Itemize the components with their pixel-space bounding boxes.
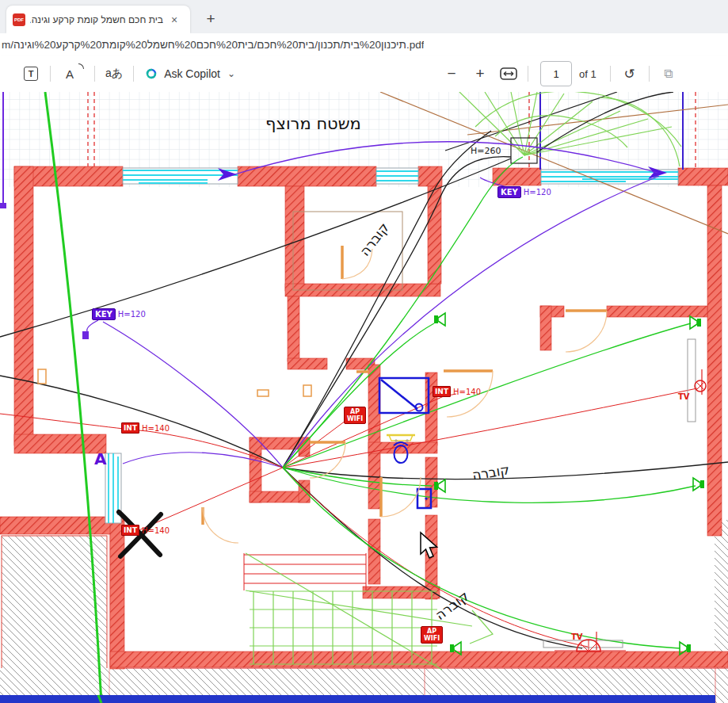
- bottom-section-bar: [0, 695, 715, 703]
- divider: [94, 66, 95, 82]
- page-view-icon[interactable]: ⧉: [660, 64, 677, 83]
- divider: [133, 66, 134, 82]
- section-a-label: A: [94, 449, 106, 468]
- zoom-in-button[interactable]: +: [470, 65, 490, 82]
- tv-label: TV: [678, 392, 690, 401]
- key-box: KEY: [92, 308, 116, 320]
- int-box: INT: [121, 422, 139, 434]
- ask-copilot-button[interactable]: Ask Copilot ⌄: [144, 67, 235, 81]
- int-annotation: INT H=140: [433, 386, 481, 397]
- address-bar[interactable]: m/תיכנון%20בית/תכנון/בית%20חכם/בית%20חכם…: [0, 33, 728, 56]
- ap-wifi-box: APWIFI: [421, 626, 443, 644]
- url-text[interactable]: m/תיכנון%20בית/תכנון/בית%20חכם/בית%20חכם…: [0, 39, 424, 51]
- zoom-out-button[interactable]: −: [441, 65, 462, 82]
- floor-plan-drawing: [0, 92, 728, 703]
- tv-point-right: [688, 339, 706, 422]
- pdf-toolbar: T A aあ Ask Copilot ⌄ − + of 1 ↺ ⧉: [0, 55, 728, 93]
- tv-label: TV: [571, 632, 583, 641]
- key-height: H=120: [118, 310, 146, 319]
- chevron-down-icon: ⌄: [227, 68, 235, 79]
- height-260-label: H=260: [471, 146, 501, 156]
- pdf-file-icon: PDF: [13, 13, 25, 26]
- int-box: INT: [121, 525, 139, 536]
- tab-bar: PDF בית חכם חשמל קומת קרקע וגינה.pdf × +: [0, 0, 728, 33]
- active-tab[interactable]: PDF בית חכם חשמל קומת קרקע וגינה.pdf ×: [6, 6, 190, 33]
- text-selection-icon[interactable]: T: [22, 64, 40, 83]
- int-box: INT: [433, 386, 451, 397]
- tab-title: בית חכם חשמל קומת קרקע וגינה.pdf: [30, 14, 163, 25]
- key-box: KEY: [497, 186, 521, 198]
- key-annotation: KEY H=120: [92, 308, 146, 320]
- rotate-icon[interactable]: ↺: [621, 64, 638, 83]
- divider: [50, 66, 51, 82]
- key-device: [82, 331, 89, 339]
- page-number-input[interactable]: [540, 61, 572, 86]
- key-annotation: KEY H=120: [497, 186, 551, 198]
- translate-icon[interactable]: aあ: [105, 64, 123, 83]
- int-annotation-crossed: INT H=140: [121, 525, 170, 536]
- sink-icon: [387, 435, 415, 441]
- int-height: H=140: [142, 424, 170, 433]
- int-annotation: INT H=140: [121, 422, 170, 434]
- int-height: H=140: [453, 388, 481, 396]
- hatched-ground: [0, 520, 728, 703]
- ap-wifi-box: APWIFI: [344, 407, 366, 424]
- key-height: H=120: [524, 188, 551, 197]
- int-height: H=140: [142, 526, 170, 535]
- close-icon[interactable]: ×: [168, 14, 181, 25]
- divider: [528, 66, 528, 82]
- surface-label: משטח מרוצף: [265, 114, 361, 133]
- fit-width-icon[interactable]: [500, 64, 517, 83]
- divider: [610, 66, 611, 82]
- ask-copilot-label: Ask Copilot: [164, 67, 220, 80]
- pdf-page-floor-plan[interactable]: משטח מרוצף H=260 KEY H=120 KEY H=120 INT…: [0, 92, 728, 703]
- divider: [649, 66, 650, 82]
- new-tab-button[interactable]: +: [200, 8, 222, 30]
- page-count-label: of 1: [579, 68, 597, 80]
- copilot-icon: [144, 67, 158, 81]
- shower-icon: [379, 378, 429, 413]
- read-aloud-icon[interactable]: A: [61, 64, 84, 83]
